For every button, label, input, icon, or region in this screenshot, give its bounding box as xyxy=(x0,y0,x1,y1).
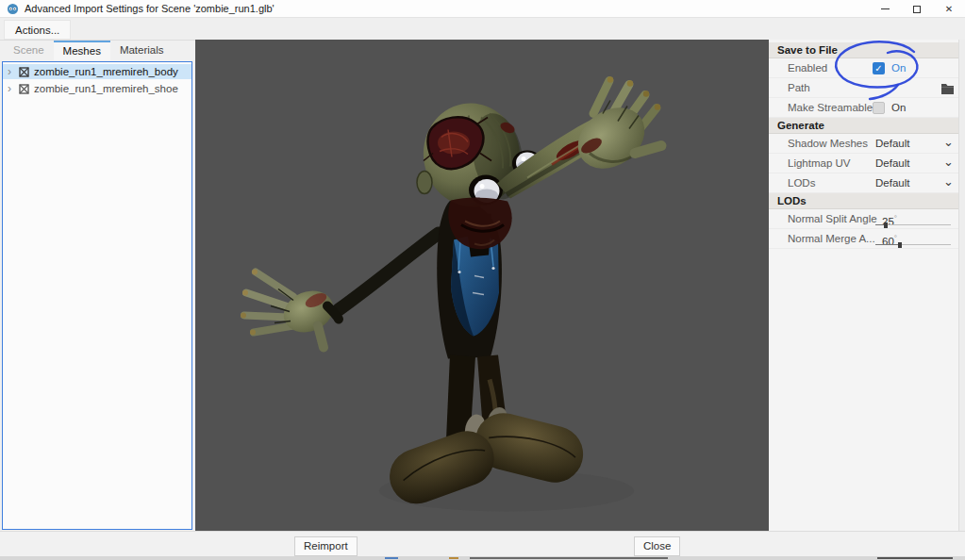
sliver-fragment xyxy=(877,557,953,559)
property-label: Normal Split Angle xyxy=(788,209,877,229)
enabled-on-label: On xyxy=(891,58,906,78)
mesh-icon xyxy=(19,67,29,77)
property-label: LODs xyxy=(788,173,815,193)
inspector-scrollbar[interactable] xyxy=(958,40,965,531)
make-streamable-checkbox[interactable] xyxy=(873,102,885,114)
section-header-save-to-file: Save to File xyxy=(769,42,965,58)
window-title: Advanced Import Settings for Scene 'zomb… xyxy=(25,0,275,18)
slider-handle[interactable] xyxy=(898,242,902,248)
inspector-row-path: Path xyxy=(769,78,965,98)
section-header-generate: Generate xyxy=(769,118,965,134)
property-label: Normal Merge A... xyxy=(788,229,875,249)
folder-icon[interactable] xyxy=(940,82,955,94)
dropdown-chevron-icon[interactable]: ⌄ xyxy=(943,132,954,152)
tree-item-body[interactable]: › zombie_run1_mremireh_body xyxy=(3,64,191,79)
make-streamable-on-label: On xyxy=(891,98,906,118)
normal-merge-angle-slider[interactable] xyxy=(875,244,951,245)
close-button[interactable]: ✕ xyxy=(933,0,965,18)
property-label: Enabled xyxy=(788,58,827,78)
inspector-row-make-streamable: Make Streamable On xyxy=(769,98,965,118)
slider-handle[interactable] xyxy=(884,222,888,228)
zombie-model xyxy=(195,40,769,531)
shadow-meshes-dropdown[interactable]: Default xyxy=(875,134,909,154)
lods-dropdown[interactable]: Default xyxy=(875,173,909,193)
tab-bar: Scene Meshes Materials xyxy=(0,41,195,60)
maximize-button[interactable] xyxy=(901,0,933,18)
sliver-fragment xyxy=(385,557,398,559)
tab-scene[interactable]: Scene xyxy=(4,41,54,60)
import-settings-inspector: Save to File Enabled ✓ On Path Make Stre… xyxy=(769,40,965,531)
property-label: Path xyxy=(788,78,810,98)
inspector-row-enabled: Enabled ✓ On xyxy=(769,58,965,78)
section-header-lods: LODs xyxy=(769,193,965,209)
close-dialog-button[interactable]: Close xyxy=(634,536,680,556)
mesh-icon xyxy=(19,84,29,94)
normal-merge-angle-value[interactable]: 60° xyxy=(882,229,897,251)
sliver-fragment xyxy=(470,557,668,559)
godot-logo-icon xyxy=(7,3,19,15)
lightmap-uv-dropdown[interactable]: Default xyxy=(875,154,909,173)
value-text: 60 xyxy=(882,236,894,247)
mesh-tree: › zombie_run1_mremireh_body › zombie_run… xyxy=(2,61,192,530)
reimport-button[interactable]: Reimport xyxy=(294,536,358,556)
dropdown-chevron-icon[interactable]: ⌄ xyxy=(943,172,954,191)
property-label: Shadow Meshes xyxy=(788,134,868,154)
sliver-fragment xyxy=(449,557,458,559)
tab-materials[interactable]: Materials xyxy=(110,41,174,60)
normal-split-angle-slider[interactable] xyxy=(875,224,951,225)
menu-bar: Actions... xyxy=(0,18,965,41)
path-input[interactable] xyxy=(873,80,935,96)
close-icon: ✕ xyxy=(945,4,953,14)
minimize-icon xyxy=(881,8,890,9)
tab-meshes[interactable]: Meshes xyxy=(54,41,110,60)
inspector-row-normal-merge-angle: Normal Merge A... 60° xyxy=(769,229,965,249)
property-label: Lightmap UV xyxy=(788,154,850,173)
check-icon: ✓ xyxy=(874,63,882,74)
minimize-button[interactable] xyxy=(869,0,901,18)
title-bar: Advanced Import Settings for Scene 'zomb… xyxy=(0,0,965,18)
inspector-row-lods: LODs Default ⌄ xyxy=(769,173,965,193)
background-window-sliver xyxy=(0,556,965,560)
actions-menu-button[interactable]: Actions... xyxy=(4,20,71,40)
inspector-row-normal-split-angle: Normal Split Angle 25° xyxy=(769,209,965,229)
dialog-footer: Reimport Close xyxy=(0,531,965,556)
degree-unit: ° xyxy=(894,214,897,222)
slider-fill xyxy=(875,244,900,245)
3d-preview-viewport[interactable] xyxy=(195,40,769,531)
expand-chevron-icon[interactable]: › xyxy=(8,65,17,78)
inspector-row-lightmap-uv: Lightmap UV Default ⌄ xyxy=(769,154,965,173)
degree-unit: ° xyxy=(894,234,897,242)
tree-item-shoe[interactable]: › zombie_run1_mremireh_shoe xyxy=(3,81,191,96)
enabled-checkbox[interactable]: ✓ xyxy=(873,62,885,74)
tree-item-label: zombie_run1_mremireh_shoe xyxy=(34,83,178,94)
inspector-row-shadow-meshes: Shadow Meshes Default ⌄ xyxy=(769,134,965,154)
dropdown-chevron-icon[interactable]: ⌄ xyxy=(943,152,954,172)
left-panel: Scene Meshes Materials › zombie_run1_mre… xyxy=(0,41,195,531)
maximize-icon xyxy=(913,6,921,13)
property-label: Make Streamable xyxy=(788,98,873,118)
tree-item-label: zombie_run1_mremireh_body xyxy=(34,66,178,77)
expand-chevron-icon[interactable]: › xyxy=(8,82,17,95)
